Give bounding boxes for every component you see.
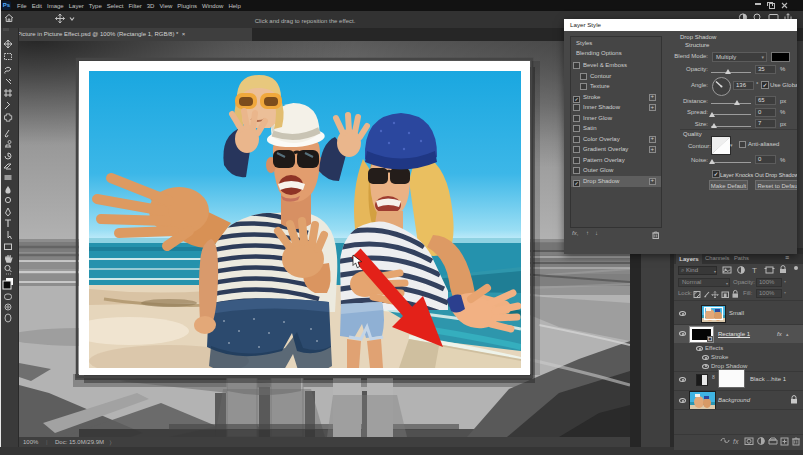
svg-text:fx: fx — [733, 438, 739, 445]
svg-text:T: T — [752, 266, 757, 275]
